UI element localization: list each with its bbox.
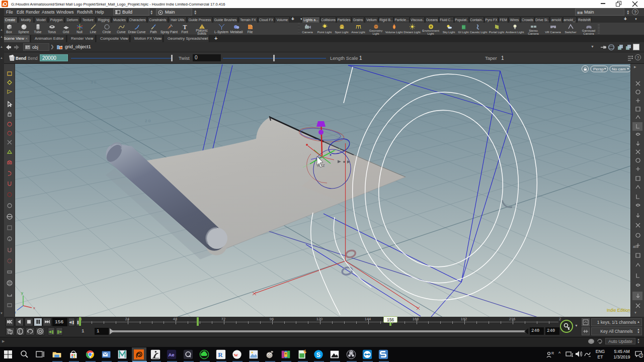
svg-text:S: S [316,351,320,358]
svg-text:x: x [33,306,35,310]
svg-text:2 0: 2 0 [145,119,151,123]
svg-text:T: T [183,24,187,31]
svg-text:Ae: Ae [168,352,174,357]
svg-text:No cam: No cam [612,67,626,71]
svg-text:w: w [234,351,238,357]
svg-text:7: 7 [640,354,642,357]
svg-text:Indie Edition: Indie Edition [607,308,630,313]
svg-text:3 0: 3 0 [91,80,97,84]
svg-text:z: z [15,310,16,315]
svg-text:R: R [218,351,223,358]
svg-text:y: y [21,291,23,295]
svg-text:R: R [551,351,554,355]
svg-text:Persp: Persp [593,67,604,71]
